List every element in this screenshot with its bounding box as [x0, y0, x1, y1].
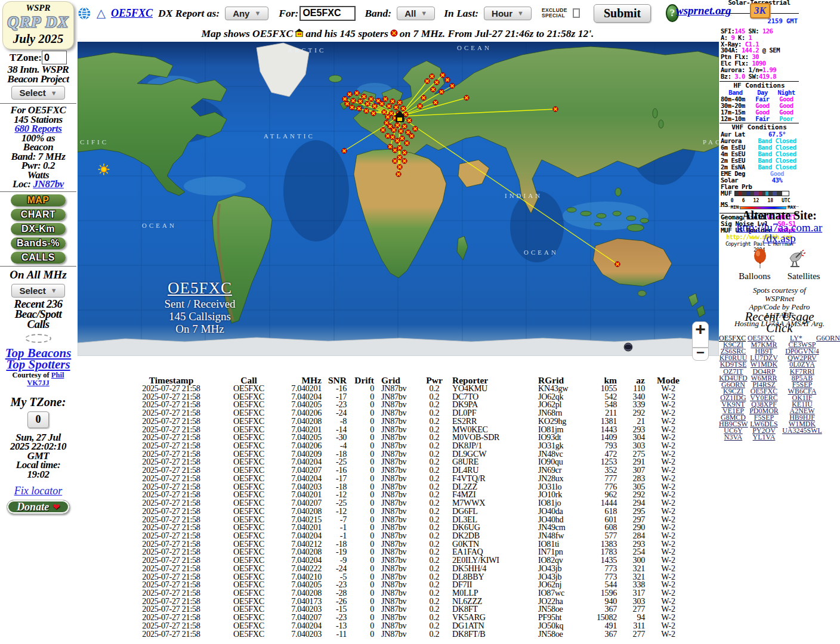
band-select[interactable]: All ▼ — [397, 7, 435, 20]
lu7aa-link-2[interactable]: /dx.asp — [719, 233, 840, 244]
spotter-marker[interactable] — [399, 129, 403, 134]
spotter-marker[interactable] — [379, 101, 384, 106]
vk7jj-link[interactable]: VK7JJ — [27, 379, 50, 387]
map-attribution-icon[interactable] — [624, 343, 632, 351]
spotter-marker[interactable] — [450, 83, 455, 88]
wsprnet-link[interactable]: wsprnet.org — [676, 4, 731, 17]
world-map[interactable]: ARCTICOCEANATLANTICOCEANINDIANOCEANCIFIC… — [78, 42, 719, 356]
spotter-marker[interactable] — [390, 99, 395, 104]
spotter-marker[interactable] — [553, 107, 558, 112]
spotter-marker[interactable] — [397, 100, 402, 105]
usage-callsign-link[interactable]: YL1VA — [748, 433, 780, 442]
satellite-icon[interactable] — [788, 250, 807, 269]
solar-data-row: Bz: 3.0 SW:419.8 — [719, 73, 799, 80]
callsign-input[interactable] — [299, 6, 356, 21]
submit-button[interactable]: Submit — [594, 4, 651, 23]
view-button-calls[interactable]: CALLS — [11, 252, 66, 264]
spotter-marker[interactable] — [390, 135, 395, 140]
mhz-select-button[interactable]: Select ▼ — [11, 284, 64, 298]
spotter-marker[interactable] — [445, 78, 450, 82]
balloons-label[interactable]: Balloons — [739, 271, 770, 281]
spotter-marker[interactable] — [383, 97, 388, 101]
spotter-marker[interactable] — [402, 159, 407, 163]
spotter-marker[interactable] — [404, 141, 409, 145]
spotter-marker[interactable] — [439, 89, 444, 94]
spotter-marker[interactable] — [402, 124, 407, 129]
spotter-marker[interactable] — [342, 148, 347, 153]
chevron-down-icon: ▼ — [517, 10, 524, 17]
spotter-marker[interactable] — [430, 74, 434, 79]
callsign-link[interactable]: OE5FXC — [111, 7, 153, 20]
spotter-marker[interactable] — [389, 111, 394, 116]
view-button-chart[interactable]: CHART — [11, 209, 66, 221]
spotter-marker[interactable] — [434, 80, 439, 85]
period-select[interactable]: Hour ▼ — [484, 7, 532, 20]
view-button-map[interactable]: MAP — [11, 194, 66, 206]
spotter-marker[interactable] — [382, 110, 387, 114]
fix-locator-link[interactable]: Fix locator — [14, 485, 62, 497]
spotter-marker[interactable] — [345, 101, 350, 106]
spotter-marker[interactable] — [397, 165, 402, 169]
spotter-marker[interactable] — [395, 123, 400, 128]
spotter-marker[interactable] — [354, 91, 359, 95]
phil-link[interactable]: Phil — [51, 371, 64, 379]
spotter-marker[interactable] — [407, 118, 412, 123]
view-button-dx-km[interactable]: DX-Km — [11, 223, 66, 235]
spotter-marker[interactable] — [421, 95, 426, 100]
spotter-marker[interactable] — [358, 99, 363, 104]
table-row: 2025-07-27 21:58OE5FXC7.040201-160JN87bv… — [128, 385, 721, 393]
exclude-special-checkbox[interactable] — [573, 8, 580, 18]
balloon-icon[interactable] — [753, 249, 767, 269]
spotter-marker[interactable] — [401, 106, 406, 111]
map-zoom-out-button[interactable]: − — [692, 348, 709, 361]
spotter-marker[interactable] — [394, 105, 399, 110]
spotter-marker[interactable] — [397, 145, 402, 150]
usage-callsign-link[interactable]: UA3245SWL — [780, 426, 824, 435]
band-select-button[interactable]: Select ▼ — [11, 86, 64, 100]
spotter-marker[interactable] — [615, 262, 620, 267]
spotter-marker[interactable] — [351, 98, 356, 103]
spotter-marker[interactable] — [418, 104, 422, 109]
spotter-marker[interactable] — [400, 136, 404, 141]
spotter-marker[interactable] — [431, 87, 436, 92]
spotter-marker[interactable] — [364, 109, 369, 113]
spotter-marker[interactable] — [464, 95, 469, 100]
spotter-marker[interactable] — [369, 97, 373, 101]
spotter-marker[interactable] — [388, 144, 393, 149]
spotter-marker[interactable] — [365, 101, 370, 106]
spotter-marker[interactable] — [391, 128, 396, 132]
spotter-marker[interactable] — [409, 134, 414, 138]
table-row: 2025-07-27 21:58OE5FXC7.040207-250JN87bv… — [128, 499, 721, 507]
spotter-marker[interactable] — [342, 97, 347, 101]
spotter-marker[interactable] — [371, 111, 376, 116]
locator-link[interactable]: JN87bv — [33, 178, 63, 190]
3k-button[interactable]: 3K — [750, 3, 770, 18]
spotter-marker[interactable] — [362, 94, 366, 99]
spotter-marker[interactable] — [372, 104, 377, 109]
spotter-marker[interactable] — [425, 79, 430, 83]
spotter-marker[interactable] — [396, 172, 401, 177]
spotter-marker[interactable] — [393, 148, 397, 153]
spotter-marker[interactable] — [350, 105, 354, 110]
view-button-bands-%[interactable]: Bands-% — [11, 237, 66, 249]
spotter-marker[interactable] — [413, 126, 418, 131]
spotter-marker[interactable] — [395, 138, 400, 143]
satellites-label[interactable]: Satellites — [788, 271, 820, 281]
tzone-input[interactable] — [42, 51, 67, 64]
spotter-marker[interactable] — [357, 106, 362, 111]
spotter-marker[interactable] — [440, 73, 445, 78]
sun-position-icon — [98, 164, 110, 175]
spotter-marker[interactable] — [397, 155, 402, 160]
spotter-marker[interactable] — [347, 92, 352, 97]
spotter-marker[interactable] — [381, 128, 385, 132]
spotter-marker[interactable] — [393, 159, 397, 163]
spotter-marker[interactable] — [387, 104, 391, 109]
spotter-marker[interactable] — [402, 150, 407, 155]
usage-callsign-link[interactable]: N3VA — [719, 433, 748, 442]
spotter-marker[interactable] — [385, 134, 390, 138]
report-type-select[interactable]: Any ▼ — [225, 7, 268, 20]
spotter-marker[interactable] — [433, 100, 438, 105]
my-tzone-value[interactable]: 0 — [27, 411, 49, 428]
top-spotters-link[interactable]: Top Spotters — [0, 359, 76, 371]
donate-button[interactable]: Donate ❤ — [7, 500, 70, 514]
